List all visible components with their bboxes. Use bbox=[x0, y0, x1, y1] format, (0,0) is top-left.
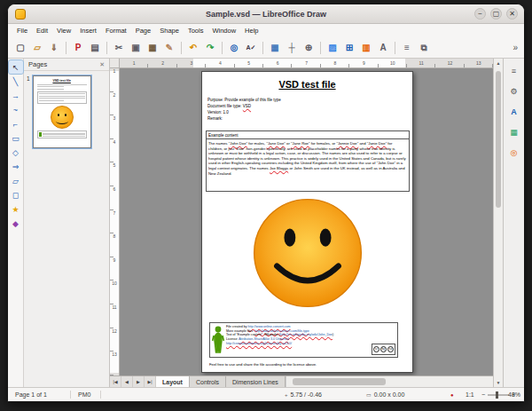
navigator-icon[interactable]: ◎ bbox=[506, 145, 522, 161]
document-meta[interactable]: Purpose: Provide example of this file ty… bbox=[207, 97, 281, 122]
vertical-scrollbar[interactable]: ▲ ▼ bbox=[493, 59, 503, 387]
menu-item[interactable]: Help bbox=[240, 24, 262, 37]
clone-formatting-icon[interactable]: ✎ bbox=[161, 40, 177, 56]
menu-item[interactable]: Page bbox=[131, 24, 156, 37]
toolbar-overflow-icon[interactable]: » bbox=[512, 43, 520, 52]
next-layer-button[interactable]: ▶ bbox=[133, 376, 145, 387]
ruler-number: 5 bbox=[110, 162, 119, 186]
ruler-number: 7 bbox=[292, 59, 320, 67]
zoom-slider-track[interactable] bbox=[488, 394, 509, 396]
thumbnail-title: VSD test file bbox=[37, 79, 87, 83]
3d-objects-icon[interactable]: ◆ bbox=[9, 217, 23, 230]
minimize-button[interactable]: − bbox=[474, 8, 486, 20]
layer-tab[interactable]: Dimension Lines bbox=[226, 376, 286, 387]
block-arrows-icon[interactable]: ⇒ bbox=[9, 160, 23, 173]
connectors-icon[interactable]: ⌐ bbox=[9, 117, 23, 130]
display-grid-icon[interactable]: ▦ bbox=[267, 40, 283, 56]
insert-table-icon[interactable]: ⊞ bbox=[341, 40, 357, 56]
close-button[interactable]: ✕ bbox=[506, 8, 518, 20]
stars-banners-icon[interactable]: ★ bbox=[9, 202, 23, 216]
ruler-number: 9 bbox=[110, 257, 119, 281]
horizontal-scrollbar[interactable] bbox=[286, 376, 493, 387]
pages-panel-close-icon[interactable]: ✕ bbox=[99, 61, 105, 68]
copy-icon[interactable]: ▣ bbox=[128, 40, 144, 56]
insert-textbox-icon[interactable]: A bbox=[375, 40, 391, 56]
layer-tab[interactable]: Layout bbox=[156, 376, 190, 387]
callout-shapes-icon[interactable]: ◻ bbox=[9, 188, 23, 202]
redo-icon[interactable]: ↷ bbox=[202, 40, 218, 56]
print-icon[interactable]: ▤ bbox=[87, 40, 103, 56]
flowchart-icon[interactable]: ▱ bbox=[9, 174, 23, 187]
ruler-number: 6 bbox=[110, 186, 119, 210]
standard-toolbar: ▢▱⇓P▤✂▣▦✎↶↷◎A✓▦┼⊕▨⊞▥A≡⧉ » bbox=[8, 37, 524, 59]
menu-item[interactable]: Format bbox=[101, 24, 131, 37]
save-icon[interactable]: ⇓ bbox=[46, 40, 62, 56]
ruler-number: 9 bbox=[349, 59, 378, 67]
zoom-slider-thumb[interactable] bbox=[496, 391, 498, 399]
page-thumbnail[interactable]: VSD test file bbox=[33, 75, 91, 148]
document-title[interactable]: VSD test file bbox=[202, 79, 412, 90]
gallery-icon[interactable]: ▦ bbox=[506, 124, 522, 140]
size-icon: ▭ bbox=[366, 391, 372, 398]
credits-box[interactable]: File created by http://www.online-conver… bbox=[209, 322, 398, 358]
paste-icon[interactable]: ▦ bbox=[145, 40, 160, 56]
find-replace-icon[interactable]: ◎ bbox=[226, 40, 242, 56]
zoom-percentage[interactable]: 48% bbox=[508, 388, 520, 401]
lines-arrows-icon[interactable]: → bbox=[9, 89, 23, 102]
new-document-icon[interactable]: ▢ bbox=[12, 40, 28, 56]
helplines-icon[interactable]: ┼ bbox=[284, 40, 300, 56]
basic-shapes-icon[interactable]: ▭ bbox=[9, 131, 23, 145]
ruler-number: 13 bbox=[465, 59, 493, 67]
cc-license-icon: cc bbox=[373, 346, 379, 352]
menu-item[interactable]: Edit bbox=[32, 24, 52, 37]
last-layer-button[interactable]: ▶| bbox=[145, 376, 156, 387]
menu-item[interactable]: Window bbox=[207, 24, 240, 37]
arrange-icon[interactable]: ⧉ bbox=[416, 40, 432, 56]
ruler-number: 8 bbox=[110, 233, 119, 257]
maximize-button[interactable]: ▢ bbox=[490, 8, 502, 20]
undo-icon[interactable]: ↶ bbox=[185, 40, 201, 56]
menu-item[interactable]: Insert bbox=[75, 24, 101, 37]
smiley-face-shape[interactable] bbox=[251, 196, 364, 310]
zoom-icon[interactable]: ⊕ bbox=[301, 40, 317, 56]
sidebar-settings-icon[interactable]: ≡ bbox=[506, 63, 522, 79]
scroll-up-icon[interactable]: ▲ bbox=[494, 59, 503, 67]
symbol-shapes-icon[interactable]: ◇ bbox=[9, 146, 23, 159]
select-icon[interactable]: ↖ bbox=[9, 60, 23, 74]
insert-line-icon[interactable]: ╲ bbox=[9, 75, 23, 88]
example-content-box[interactable]: Example content The names "John Doe" for… bbox=[206, 130, 410, 192]
export-pdf-icon[interactable]: P bbox=[70, 40, 86, 56]
properties-icon[interactable]: ⚙ bbox=[506, 83, 522, 99]
scroll-down-icon[interactable]: ▼ bbox=[494, 378, 503, 387]
separator bbox=[222, 42, 223, 54]
statusbar-page-style[interactable]: PM0 bbox=[78, 388, 90, 401]
vertical-scrollbar-thumb[interactable] bbox=[496, 71, 501, 208]
document-page[interactable]: VSD test file Purpose: Provide example o… bbox=[201, 71, 413, 373]
credits-fragment: http://creativecommons.org/licenses/by-s… bbox=[226, 342, 292, 345]
ruler-number: 5 bbox=[235, 59, 263, 67]
open-folder-icon[interactable]: ▱ bbox=[29, 40, 45, 56]
drawing-viewport[interactable]: VSD test file Purpose: Provide example o… bbox=[120, 68, 493, 375]
align-objects-icon[interactable]: ≡ bbox=[399, 40, 415, 56]
menu-item[interactable]: View bbox=[52, 24, 75, 37]
closing-line[interactable]: Feel free to use and share the file acco… bbox=[209, 362, 317, 367]
zoom-out-icon[interactable]: − bbox=[481, 391, 485, 398]
menu-item[interactable]: Shape bbox=[155, 24, 184, 37]
spelling-icon[interactable]: A✓ bbox=[243, 40, 259, 56]
layer-tab[interactable]: Controls bbox=[190, 376, 226, 387]
insert-chart-icon[interactable]: ▥ bbox=[358, 40, 374, 56]
statusbar-scale[interactable]: 1:1 bbox=[466, 388, 474, 401]
first-layer-button[interactable]: |◀ bbox=[110, 376, 121, 387]
horizontal-scrollbar-thumb[interactable] bbox=[293, 378, 386, 385]
vertical-ruler: 12345678910111213 bbox=[110, 68, 120, 375]
curves-polygons-icon[interactable]: ~ bbox=[9, 103, 23, 116]
insert-image-icon[interactable]: ▨ bbox=[325, 40, 340, 56]
cut-icon[interactable]: ✂ bbox=[111, 40, 127, 56]
styles-icon[interactable]: A bbox=[506, 104, 522, 120]
main-area: ↖╲→~⌐▭◇⇒▱◻★◆ Pages ✕ 1 VSD test file bbox=[8, 59, 524, 387]
example-content-header: Example content bbox=[207, 131, 409, 139]
vertical-scrollbar-track[interactable] bbox=[494, 67, 503, 378]
menu-item[interactable]: Tools bbox=[184, 24, 208, 37]
previous-layer-button[interactable]: ◀ bbox=[121, 376, 133, 387]
menu-item[interactable]: File bbox=[12, 24, 32, 37]
